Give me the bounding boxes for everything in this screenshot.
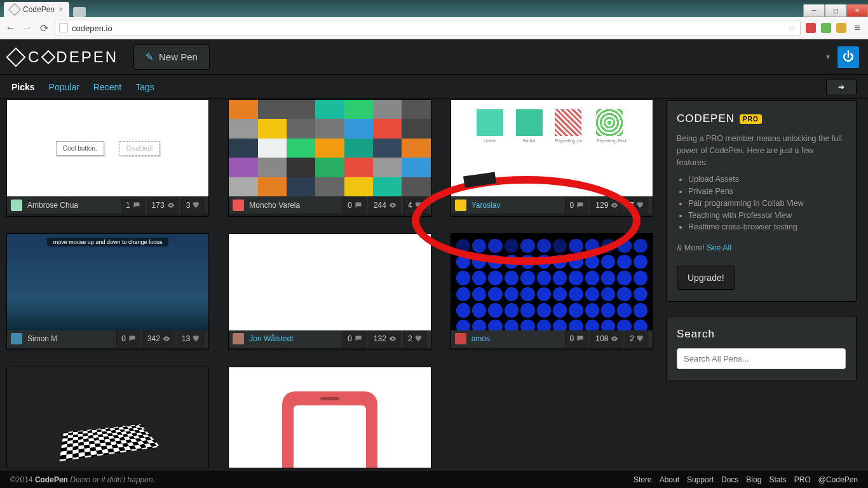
author-avatar[interactable] [233,333,244,344]
pen-author[interactable]: Jon Wålstedt [249,334,293,343]
pen-card[interactable]: /*dots generated below*/ amos 01082 [451,233,653,351]
nav-tags[interactable]: Tags [135,82,154,92]
pro-panel: CODEPEN PRO Being a PRO member means unl… [666,100,857,302]
pen-grid: Cool button. Disabled! Ambrose Chua 1 17… [6,99,653,471]
footer-link[interactable]: Blog [746,475,761,484]
pen-card[interactable]: Linear Radial Repeating Lin. Repeating R… [451,99,653,217]
logo-o-icon [43,52,53,62]
nav-picks[interactable]: Picks [11,82,35,92]
footer-link[interactable]: @CodePen [818,475,858,484]
maximize-button[interactable]: ◻ [825,4,846,17]
pen-thumbnail [7,367,208,468]
ext-icon-3[interactable] [836,23,846,33]
pen-author[interactable]: Ambrose Chua [27,201,78,210]
browser-toolbar: ← → ⟳ codepen.io ☆ ≡ [0,17,868,39]
pro-feature-list: Upload Assets Private Pens Pair programm… [677,173,846,233]
nav-recent[interactable]: Recent [93,82,121,92]
codepen-header: C DEPEN ✎ New Pen ▼ ⏻ [0,39,868,75]
upgrade-button[interactable]: Upgrade! [677,266,735,290]
pen-thumbnail: move mouse up and down to change focus [7,234,208,330]
favicon-icon [8,3,21,16]
footer-link[interactable]: Support [687,475,714,484]
pen-author[interactable]: amos [471,334,490,343]
footer-link[interactable]: Docs [721,475,738,484]
footer-link[interactable]: About [660,475,679,484]
pen-author[interactable]: Yaroslav [471,201,501,210]
codepen-page: C DEPEN ✎ New Pen ▼ ⏻ Picks Popular Rece… [0,39,868,488]
thumb-button-2: Disabled! [119,141,160,156]
power-icon: ⏻ [843,50,854,64]
pro-title: CODEPEN PRO [677,112,846,125]
author-avatar[interactable] [455,333,466,344]
list-item: Upload Assets [688,173,846,186]
new-pen-label: New Pen [159,51,198,62]
pencil-icon: ✎ [146,51,154,63]
nav-popular[interactable]: Popular [49,82,79,92]
browser-chrome: CodePen × ─ ◻ ✕ ← → ⟳ codepen.io ☆ ≡ [0,0,868,39]
logo-cube-icon [9,50,23,64]
author-avatar[interactable] [233,200,244,211]
pen-card[interactable]: Cool button. Disabled! Ambrose Chua 1 17… [6,99,209,217]
pen-card[interactable]: Jon Wålstedt 01322 [228,233,431,351]
header-right: ▼ ⏻ [825,46,859,68]
author-avatar[interactable] [11,333,22,344]
logo-text: C [28,48,41,66]
bookmark-star-icon[interactable]: ☆ [789,24,796,33]
pen-meta: amos 01082 [451,330,653,348]
codepen-logo[interactable]: C DEPEN [9,48,118,66]
new-pen-button[interactable]: ✎ New Pen [133,44,210,70]
window-controls: ─ ◻ ✕ [803,4,868,17]
footer-link[interactable]: Store [634,475,652,484]
user-avatar-button[interactable]: ⏻ [837,46,859,68]
pen-thumbnail: /*dots generated below*/ [451,234,653,330]
empty-slot [451,367,653,468]
address-bar[interactable]: codepen.io ☆ [55,20,801,36]
see-all-link[interactable]: See All [707,243,731,252]
pen-card[interactable]: Moncho Varela 02444 [228,99,431,217]
thumb-button-1: Cool button. [56,141,104,156]
header-dropdown-icon[interactable]: ▼ [825,53,831,60]
pen-author[interactable]: Simon M [27,334,57,343]
pen-card[interactable]: move mouse up and down to change focus S… [6,233,209,351]
minimize-button[interactable]: ─ [803,4,825,17]
search-input[interactable] [677,348,846,369]
pro-more: & More! See All [677,242,846,254]
reload-button[interactable]: ⟳ [38,22,50,34]
url-text: codepen.io [72,24,112,33]
forward-button[interactable]: → [22,22,33,34]
search-panel: Search [666,316,857,381]
footer-links: Store About Support Docs Blog Stats PRO … [634,475,858,484]
pen-stats: 1 173 3 [121,196,205,214]
ext-icon-2[interactable] [821,23,831,33]
comments-stat[interactable]: 1 [121,196,145,214]
pen-meta: Jon Wålstedt 01322 [229,330,430,348]
footer-copyright: ©2014 CodePen Demo or it didn't happen. [10,475,155,484]
pen-thumbnail [229,234,430,330]
close-tab-icon[interactable]: × [58,5,63,14]
pen-card[interactable] [228,367,431,468]
back-button[interactable]: ← [5,22,17,34]
sub-nav: Picks Popular Recent Tags ➔ [0,75,868,99]
pen-thumbnail [229,367,430,468]
author-avatar[interactable] [11,200,22,211]
likes-stat[interactable]: 3 [181,196,205,214]
views-stat[interactable]: 173 [147,196,179,214]
browser-tab[interactable]: CodePen × [4,2,69,17]
sidebar: CODEPEN PRO Being a PRO member means unl… [666,99,857,471]
close-window-button[interactable]: ✕ [846,4,868,17]
pen-meta: Ambrose Chua 1 173 3 [7,196,208,214]
author-avatar[interactable] [455,200,466,211]
tab-title: CodePen [23,5,55,14]
new-tab-button[interactable] [73,7,86,17]
pen-card[interactable] [6,367,209,468]
footer-link[interactable]: PRO [794,475,811,484]
pen-thumbnail: Linear Radial Repeating Lin. Repeating R… [451,100,653,196]
next-page-button[interactable]: ➔ [826,79,857,95]
pen-author[interactable]: Moncho Varela [249,201,300,210]
ext-icon-1[interactable] [806,23,816,33]
footer-link[interactable]: Stats [769,475,786,484]
pen-thumbnail: Cool button. Disabled! [7,100,208,196]
pen-meta: Moncho Varela 02444 [229,196,430,214]
menu-button[interactable]: ≡ [851,22,863,34]
pen-meta: Yaroslav 01297 [451,196,653,214]
